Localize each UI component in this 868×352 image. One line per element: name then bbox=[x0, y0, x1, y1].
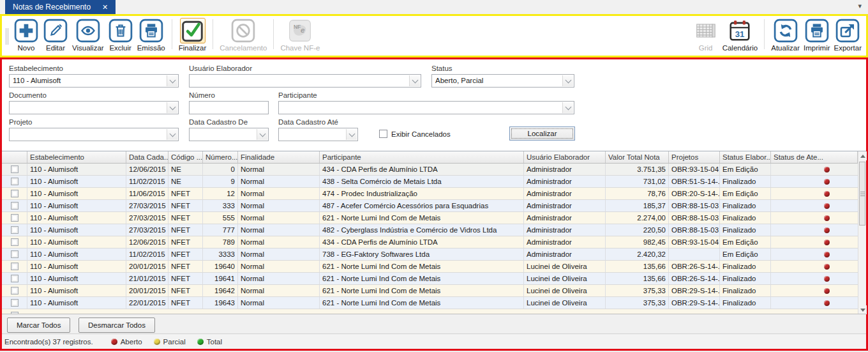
combo-dropdown-button[interactable] bbox=[562, 75, 573, 86]
documento-select[interactable] bbox=[9, 101, 179, 114]
toolbar-button-imprimir[interactable]: Imprimir bbox=[802, 17, 832, 56]
column-header-status_elaboracao[interactable]: Status Elabor... bbox=[720, 151, 771, 163]
scroll-up-button[interactable] bbox=[858, 151, 867, 160]
cell-finalidade: Normal bbox=[238, 249, 320, 260]
usuario-elaborador-select[interactable] bbox=[189, 74, 421, 88]
table-row[interactable]: 110 - Alumisoft22/01/2015NFET19643Normal… bbox=[2, 297, 858, 309]
row-checkbox[interactable] bbox=[11, 238, 19, 246]
participante-select[interactable] bbox=[278, 101, 574, 114]
cell-projetos: OBR:88-15-03... bbox=[669, 224, 720, 236]
combo-dropdown-button[interactable] bbox=[409, 75, 420, 86]
toolbar-drag-handle[interactable] bbox=[6, 28, 8, 45]
localizar-button[interactable]: Localizar bbox=[509, 126, 575, 141]
row-checkbox[interactable] bbox=[11, 202, 19, 210]
table-row[interactable]: 110 - Alumisoft11/06/2015NFET12Normal474… bbox=[2, 188, 858, 200]
row-checkbox[interactable] bbox=[11, 190, 19, 197]
column-header-check[interactable] bbox=[2, 151, 27, 163]
cell-participante: 621 - Norte Lumi Ind Com de Metais bbox=[320, 297, 524, 309]
row-checkbox[interactable] bbox=[11, 275, 19, 282]
status-select[interactable]: Aberto, Parcial bbox=[431, 74, 574, 88]
status-legend: AbertoParcialTotal bbox=[111, 338, 222, 346]
data-cadastro-ate-select[interactable] bbox=[278, 128, 358, 141]
column-header-projetos[interactable]: Projetos bbox=[669, 151, 720, 163]
row-select-cell bbox=[2, 236, 27, 248]
exibir-cancelados-checkbox[interactable] bbox=[379, 130, 387, 138]
toolbar-button-calendario[interactable]: 31Calendário bbox=[721, 17, 760, 56]
column-header-participante[interactable]: Participante bbox=[320, 151, 524, 163]
cell-finalidade: Normal bbox=[238, 297, 320, 309]
toolbar-button-novo[interactable]: Novo bbox=[11, 17, 41, 56]
cell-numero: 3333 bbox=[203, 249, 238, 260]
estabelecimento-select[interactable]: 110 - Alumisoft bbox=[9, 74, 179, 88]
table-row[interactable]: 110 - Alumisoft12/06/2015NE0Normal434 - … bbox=[2, 164, 858, 176]
toolbar-button-label: Grid bbox=[699, 44, 713, 52]
marcar-todos-button[interactable]: Marcar Todos bbox=[7, 318, 70, 333]
toolbar-button-visualizar[interactable]: Visualizar bbox=[70, 17, 106, 56]
estabelecimento-value: 110 - Alumisoft bbox=[13, 77, 164, 84]
column-header-data_cadastro[interactable]: Data Cada... bbox=[126, 151, 168, 163]
row-checkbox[interactable] bbox=[11, 226, 19, 234]
documento-label: Documento bbox=[9, 91, 47, 99]
cell-valor_total: 731,02 bbox=[606, 176, 669, 187]
tab-close-icon[interactable]: ✕ bbox=[102, 3, 108, 11]
cell-numero: 0 bbox=[203, 164, 238, 175]
combo-dropdown-button[interactable] bbox=[257, 129, 267, 140]
table-row[interactable]: 110 - Alumisoft20/01/2015NFET19640Normal… bbox=[2, 261, 858, 273]
table-row[interactable]: 110 - Alumisoft11/02/2015NE9Normal438 - … bbox=[2, 176, 858, 188]
toolbar-button-finalizar[interactable]: Finalizar bbox=[177, 17, 208, 56]
row-checkbox[interactable] bbox=[11, 178, 19, 185]
row-checkbox[interactable] bbox=[11, 299, 19, 307]
table-row[interactable]: 110 - Alumisoft27/03/2015NFET555Normal62… bbox=[2, 212, 858, 224]
column-header-status_atendimento[interactable]: Status de Ate... bbox=[771, 151, 858, 163]
combo-dropdown-button[interactable] bbox=[346, 129, 357, 140]
projeto-select[interactable] bbox=[9, 128, 179, 141]
toolbar-button-atualizar[interactable]: Atualizar bbox=[769, 17, 802, 56]
legend-item-parcial: Parcial bbox=[154, 338, 186, 346]
combo-dropdown-button[interactable] bbox=[167, 129, 177, 140]
desmarcar-todos-button[interactable]: Desmarcar Todos bbox=[79, 318, 155, 333]
cell-participante: 738 - EG-Faktory Softwares Ltda bbox=[320, 249, 524, 260]
data-cadastro-de-select[interactable] bbox=[189, 128, 269, 141]
cell-codigo: NFET bbox=[168, 249, 203, 260]
row-checkbox[interactable] bbox=[11, 287, 19, 295]
column-header-estabelecimento[interactable]: Estabelecimento bbox=[27, 151, 126, 163]
column-header-finalidade[interactable]: Finalidade bbox=[238, 151, 320, 163]
tabbar-overflow-chevron-icon[interactable]: ▾ bbox=[858, 2, 862, 10]
toolbar-button-editar[interactable]: Editar bbox=[41, 17, 70, 56]
vertical-scrollbar[interactable] bbox=[858, 151, 866, 314]
toolbar-button-exportar[interactable]: Exportar bbox=[832, 17, 864, 56]
export-icon bbox=[835, 18, 860, 43]
column-header-numero[interactable]: Número... bbox=[203, 151, 238, 163]
table-row[interactable]: 110 - Alumisoft27/03/2015NFET333Normal48… bbox=[2, 200, 858, 212]
table-row[interactable]: 110 - Alumisoft20/01/2015NFET19642Normal… bbox=[2, 285, 858, 297]
cell-status_elaboracao: Finalizado bbox=[720, 176, 771, 187]
cell-data_cadastro: 21/01/2015 bbox=[126, 273, 168, 284]
tab-notas-de-recebimento[interactable]: Notas de Recebimento ✕ bbox=[5, 0, 116, 14]
combo-dropdown-button[interactable] bbox=[167, 102, 177, 113]
numero-input[interactable] bbox=[190, 102, 268, 114]
scroll-down-button[interactable] bbox=[858, 305, 867, 314]
refresh-icon bbox=[773, 18, 798, 43]
table-row[interactable]: 110 - Alumisoft27/03/2015NFET777Normal48… bbox=[2, 224, 858, 236]
row-checkbox[interactable] bbox=[11, 214, 19, 222]
table-row[interactable]: 110 - Alumisoft11/02/2015NFET3333Normal7… bbox=[2, 249, 858, 261]
column-header-codigo[interactable]: Código ... bbox=[168, 151, 203, 163]
table-row[interactable]: 110 - Alumisoft21/01/2015NFET19641Normal… bbox=[2, 273, 858, 285]
row-checkbox[interactable] bbox=[11, 250, 19, 258]
column-header-valor_total[interactable]: Valor Total Nota bbox=[606, 151, 669, 163]
cell-valor_total: 2.274,00 bbox=[606, 212, 669, 224]
toolbar-button-emissao[interactable]: Emissão bbox=[135, 17, 167, 56]
calendar-icon: 31 bbox=[727, 18, 752, 43]
column-header-usuario_elaborador[interactable]: Usuário Elaborador bbox=[524, 151, 606, 163]
cell-projetos: OBR:26-S-14-... bbox=[669, 261, 720, 272]
combo-dropdown-button[interactable] bbox=[562, 102, 573, 113]
cell-finalidade: Normal bbox=[238, 188, 320, 199]
cell-projetos: OBR:29-S-14-... bbox=[669, 297, 720, 309]
row-checkbox[interactable] bbox=[11, 165, 19, 173]
cell-status_elaboracao: Finalizado bbox=[720, 273, 771, 284]
table-row[interactable]: 110 - Alumisoft12/06/2015NFET789Normal43… bbox=[2, 236, 858, 249]
combo-dropdown-button[interactable] bbox=[167, 75, 177, 86]
toolbar-button-excluir[interactable]: Excluir bbox=[106, 17, 135, 56]
scrollbar-thumb[interactable] bbox=[859, 162, 865, 226]
row-checkbox[interactable] bbox=[11, 263, 19, 270]
